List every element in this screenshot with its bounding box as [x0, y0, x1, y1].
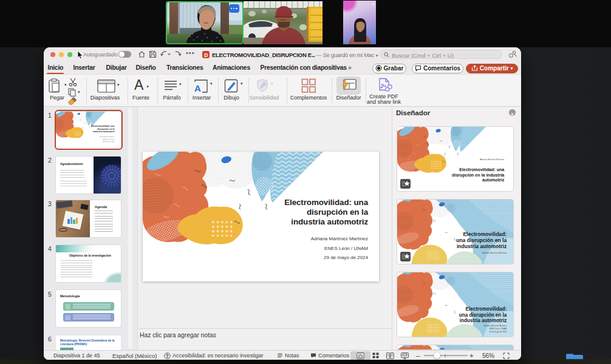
svg-text:Adriana Martínez Martínez: Adriana Martínez Martínez	[482, 252, 507, 254]
svg-text:Electromovilidad:: Electromovilidad:	[466, 306, 507, 312]
svg-text:Electromovilidad:: Electromovilidad:	[463, 231, 507, 237]
svg-text:Adriana Martínez Martínez: Adriana Martínez Martínez	[480, 158, 505, 161]
svg-text:29 de mayo de 2024: 29 de mayo de 2024	[489, 331, 507, 333]
svg-text:ENES León / UNAM: ENES León / UNAM	[490, 328, 507, 330]
svg-text:una disrupción en la: una disrupción en la	[456, 237, 507, 243]
svg-text:Adriana Martínez Martínez: Adriana Martínez Martínez	[484, 325, 507, 327]
svg-text:disrupción en la industria: disrupción en la industria	[452, 173, 505, 178]
svg-text:industria automotriz: industria automotriz	[460, 318, 507, 323]
svg-text:industria automotriz: industria automotriz	[457, 243, 507, 249]
svg-text:A: A	[194, 83, 201, 93]
svg-text:Electromovilidad: una: Electromovilidad: una	[459, 167, 505, 172]
svg-text:una disrupción en la: una disrupción en la	[459, 312, 507, 318]
svg-text:automotriz: automotriz	[482, 178, 505, 183]
